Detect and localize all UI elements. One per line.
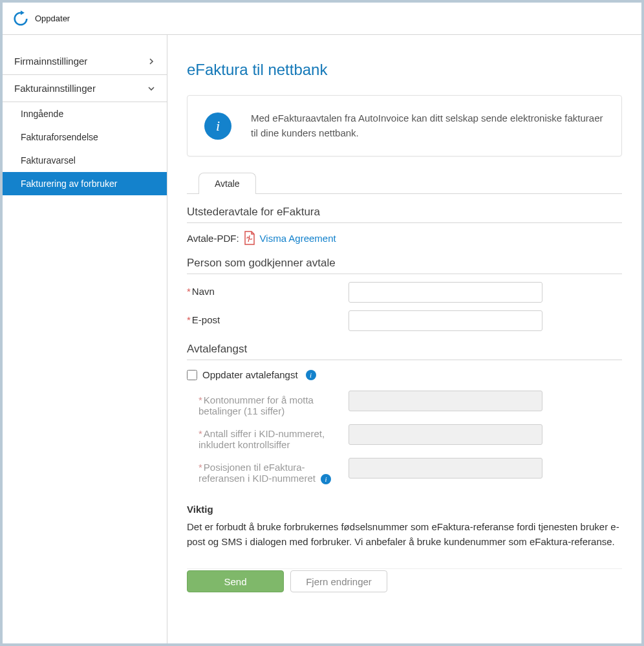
oppdater-avtalefangst-checkbox[interactable] [187, 370, 197, 380]
sidebar-item-label: Inngående [21, 109, 63, 119]
sidebar-section-label: Firmainnstillinger [14, 56, 87, 67]
refresh-button[interactable]: Oppdater [12, 10, 70, 28]
kid-digits-label: *Antall siffer i KID-nummeret, inkludert… [187, 424, 349, 450]
refresh-icon [12, 10, 30, 28]
sidebar-item-label: Fakturaforsendelse [21, 132, 98, 142]
info-card: i Med eFakturaavtalen fra AutoInvoice ka… [187, 95, 622, 156]
sidebar-section-firmainnstillinger[interactable]: Firmainnstillinger [3, 48, 167, 75]
sidebar: Firmainnstillinger Fakturainnstillinger … [3, 35, 167, 643]
app-frame: Oppdater Firmainnstillinger Fakturainnst… [0, 0, 644, 646]
tab-label: Avtale [215, 178, 240, 189]
info-icon-avtalefangst[interactable]: i [306, 370, 316, 380]
agreement-pdf-link[interactable]: Visma Agreement [260, 233, 336, 244]
info-icon-kidpos[interactable]: i [321, 474, 331, 484]
account-label: *Kontonummer for å motta betalinger (11 … [187, 391, 349, 416]
email-label: *E-post [187, 310, 349, 325]
topbar: Oppdater [3, 3, 641, 35]
agreement-pdf-row: Avtale-PDF: Visma Agreement [187, 231, 622, 245]
section-title-utstederavtale: Utstederavtale for eFaktura [187, 206, 622, 223]
name-label: *Navn [187, 282, 349, 297]
sidebar-item-inngaende[interactable]: Inngående [3, 102, 167, 125]
section-title-avtalefangst: Avtalefangst [187, 343, 622, 360]
important-block: Viktig Det er forbudt å bruke forbrukern… [187, 504, 622, 549]
email-input[interactable] [349, 310, 542, 331]
pdf-icon [243, 231, 256, 245]
sidebar-item-fakturavarsel[interactable]: Fakturavarsel [3, 149, 167, 172]
kid-pos-input [349, 458, 542, 479]
info-icon: i [204, 113, 231, 140]
tab-row: Avtale [187, 172, 622, 194]
name-input[interactable] [349, 282, 542, 303]
sidebar-item-label: Fakturavarsel [21, 155, 76, 166]
section-title-person: Person som godkjenner avtale [187, 257, 622, 274]
sidebar-section-label: Fakturainnstillinger [14, 83, 96, 94]
send-button[interactable]: Send [187, 570, 284, 592]
kid-digits-input [349, 424, 542, 445]
chevron-down-icon [147, 85, 155, 92]
sidebar-item-label: Fakturering av forbruker [21, 178, 117, 189]
sidebar-section-fakturainnstillinger[interactable]: Fakturainnstillinger [3, 75, 167, 102]
important-title: Viktig [187, 504, 622, 515]
account-input [349, 391, 542, 411]
important-text: Det er forbudt å bruke forbrukernes føds… [187, 520, 622, 549]
kid-pos-label: *Posisjonen til eFaktura-referansen i KI… [187, 458, 349, 484]
button-row: Send Fjern endringer [187, 568, 622, 592]
oppdater-avtalefangst-label: Oppdater avtalefangst [202, 369, 298, 380]
info-text: Med eFakturaavtalen fra AutoInvoice kan … [251, 111, 605, 140]
chevron-right-icon [147, 58, 155, 65]
pdf-label: Avtale-PDF: [187, 233, 239, 244]
refresh-label: Oppdater [35, 14, 70, 23]
tab-avtale[interactable]: Avtale [199, 173, 256, 194]
discard-button[interactable]: Fjern endringer [290, 570, 387, 592]
sidebar-item-fakturering-forbruker[interactable]: Fakturering av forbruker [3, 172, 167, 195]
sidebar-item-fakturaforsendelse[interactable]: Fakturaforsendelse [3, 125, 167, 149]
content-area: eFaktura til nettbank i Med eFakturaavta… [167, 35, 641, 643]
page-title: eFaktura til nettbank [187, 61, 622, 79]
